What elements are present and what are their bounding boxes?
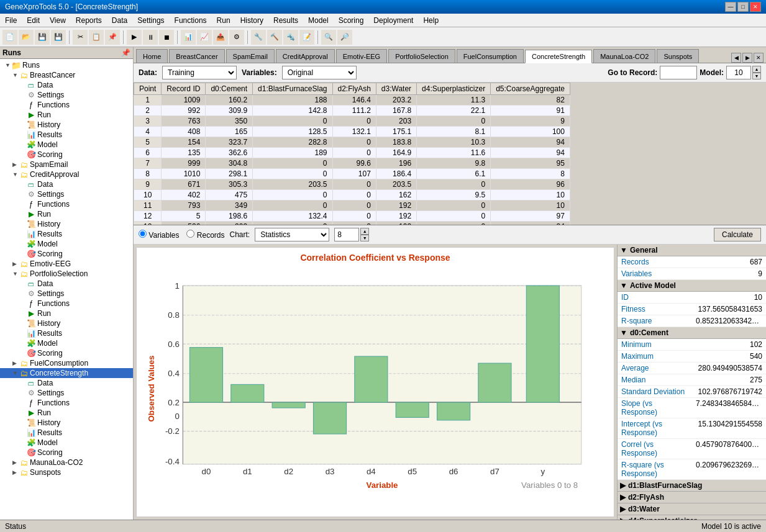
menu-edit[interactable]: Edit [22, 14, 45, 27]
chart-number-input[interactable] [334, 228, 359, 241]
tab-prev-button[interactable]: ◀ [731, 53, 741, 63]
menu-data[interactable]: Data [107, 14, 132, 27]
tree-ps-scoring[interactable]: 🎯 Scoring [0, 348, 133, 358]
tree-creditapproval[interactable]: ▼ 🗂 CreditApproval [0, 169, 133, 179]
tree-bc-functions[interactable]: ƒ Functions [0, 100, 133, 110]
tree-concrete[interactable]: ▼ 🗂 ConcreteStrength [0, 368, 133, 378]
tb-chart[interactable]: 📊 [181, 30, 196, 45]
tree-cs-scoring[interactable]: 🎯 Scoring [0, 448, 133, 458]
tree-sunspots[interactable]: ▶ 🗂 Sunspots [0, 467, 133, 477]
menu-functions[interactable]: Functions [170, 14, 212, 27]
menu-results[interactable]: Results [268, 14, 303, 27]
tree-cs-model[interactable]: 🧩 Model [0, 438, 133, 448]
tree-ps-functions[interactable]: ƒ Functions [0, 299, 133, 309]
tab-breastcancer[interactable]: BreastCancer [169, 49, 224, 63]
tree-bc-data[interactable]: 🗃 Data [0, 80, 133, 90]
tree-emotiveeg[interactable]: ▶ 🗂 Emotiv-EEG [0, 259, 133, 269]
tree-breastcancer[interactable]: ▼ 🗂 BreastCancer [0, 70, 133, 80]
tab-spamemail[interactable]: SpamEmail [226, 49, 275, 63]
tb-run1[interactable]: ▶ [127, 30, 142, 45]
tb-stop[interactable]: ⏹ [159, 30, 174, 45]
data-select[interactable]: Training [162, 66, 237, 79]
tree-bc-settings[interactable]: ⚙ Settings [0, 90, 133, 100]
spin-down-button[interactable]: ▼ [752, 73, 761, 79]
goto-input[interactable] [660, 66, 697, 79]
tab-home[interactable]: Home [136, 49, 168, 63]
tree-ca-results[interactable]: 📊 Results [0, 229, 133, 239]
menu-reports[interactable]: Reports [71, 14, 107, 27]
tree-cs-functions[interactable]: ƒ Functions [0, 398, 133, 408]
tree-cs-data[interactable]: 🗃 Data [0, 378, 133, 388]
minimize-button[interactable]: — [725, 2, 736, 12]
maximize-button[interactable]: □ [737, 2, 749, 12]
model-input[interactable] [726, 66, 751, 79]
menu-deployment[interactable]: Deployment [368, 14, 418, 27]
tb-settings[interactable]: ⚙ [229, 30, 244, 45]
stats-d0-header[interactable]: ▼ d0:Cement [618, 327, 766, 339]
tree-bc-scoring[interactable]: 🎯 Scoring [0, 150, 133, 160]
tree-ps-model[interactable]: 🧩 Model [0, 338, 133, 348]
tree-runs-root[interactable]: ▼ 📁 Runs [0, 60, 133, 70]
tree-spamemail[interactable]: ▶ 🗂 SpamEmail [0, 160, 133, 169]
tree-maunaloa[interactable]: ▶ 🗂 MaunaLoa-CO2 [0, 458, 133, 467]
records-radio[interactable] [186, 230, 194, 238]
calculate-button[interactable]: Calculate [714, 228, 761, 241]
tb-new[interactable]: 📄 [2, 30, 17, 45]
tree-bc-run[interactable]: ▶ Run [0, 110, 133, 120]
menu-view[interactable]: View [45, 14, 71, 27]
tab-emotiveeg[interactable]: Emotiv-EEG [336, 49, 388, 63]
menu-help[interactable]: Help [418, 14, 444, 27]
menu-settings[interactable]: Settings [132, 14, 169, 27]
chart-num-up[interactable]: ▲ [360, 228, 369, 235]
variables-radio[interactable] [139, 230, 147, 238]
stats-d1-header[interactable]: ▶ d1:BlastFurnaceSlag [618, 480, 766, 492]
stats-d2-header[interactable]: ▶ d2:FlyAsh [618, 492, 766, 503]
tree-ca-run[interactable]: ▶ Run [0, 209, 133, 219]
tb-save2[interactable]: 💾 [51, 30, 66, 45]
tb-export[interactable]: 📤 [213, 30, 228, 45]
tb-cut[interactable]: ✂ [73, 30, 88, 45]
tree-cs-results[interactable]: 📊 Results [0, 428, 133, 438]
tree-ca-history[interactable]: 📜 History [0, 219, 133, 229]
tb-report[interactable]: 📈 [197, 30, 212, 45]
tree-portfolio[interactable]: ▼ 🗂 PortfolioSelection [0, 269, 133, 279]
tree-bc-model[interactable]: 🧩 Model [0, 140, 133, 150]
menu-history[interactable]: History [235, 14, 268, 27]
stats-d3-header[interactable]: ▶ d3:Water [618, 503, 766, 515]
tab-sunspots[interactable]: Sunspots [657, 49, 699, 63]
tb-b4[interactable]: 📝 [299, 30, 314, 45]
close-button[interactable]: ✕ [750, 2, 761, 12]
tree-bc-results[interactable]: 📊 Results [0, 130, 133, 140]
tb-b1[interactable]: 🔧 [251, 30, 266, 45]
tb-b2[interactable]: 🔨 [267, 30, 282, 45]
tb-open[interactable]: 📂 [19, 30, 34, 45]
tree-ps-settings[interactable]: ⚙ Settings [0, 289, 133, 299]
tab-portfolio[interactable]: PortfolioSelection [388, 49, 455, 63]
menu-model[interactable]: Model [303, 14, 334, 27]
tb-b3[interactable]: 🔩 [283, 30, 298, 45]
spin-up-button[interactable]: ▲ [752, 66, 761, 73]
tb-b6[interactable]: 🔎 [337, 30, 352, 45]
tree-ps-run[interactable]: ▶ Run [0, 309, 133, 318]
tab-fuel[interactable]: FuelConsumption [457, 49, 524, 63]
tree-bc-history[interactable]: 📜 History [0, 120, 133, 130]
stats-activemodel-header[interactable]: ▼ Active Model [618, 280, 766, 292]
tree-ps-results[interactable]: 📊 Results [0, 328, 133, 338]
tree-cs-history[interactable]: 📜 History [0, 418, 133, 428]
menu-file[interactable]: File [0, 14, 22, 27]
tree-ca-settings[interactable]: ⚙ Settings [0, 189, 133, 199]
tb-run2[interactable]: ⏸ [143, 30, 158, 45]
sidebar-pin-icon[interactable]: 📌 [121, 48, 130, 57]
tree-ca-functions[interactable]: ƒ Functions [0, 199, 133, 209]
tree-ca-scoring[interactable]: 🎯 Scoring [0, 249, 133, 259]
stats-d4-header[interactable]: ▶ d4:Superplasticizer [618, 515, 766, 520]
tab-maunaloa[interactable]: MaunaLoa-CO2 [593, 49, 655, 63]
tb-copy[interactable]: 📋 [89, 30, 104, 45]
menu-run[interactable]: Run [212, 14, 235, 27]
tab-close-button[interactable]: ✕ [754, 53, 764, 63]
menu-scoring[interactable]: Scoring [334, 14, 369, 27]
tree-ca-data[interactable]: 🗃 Data [0, 179, 133, 189]
tab-concrete[interactable]: ConcreteStrength [525, 50, 592, 63]
tb-b5[interactable]: 🔍 [321, 30, 336, 45]
tree-ca-model[interactable]: 🧩 Model [0, 239, 133, 249]
